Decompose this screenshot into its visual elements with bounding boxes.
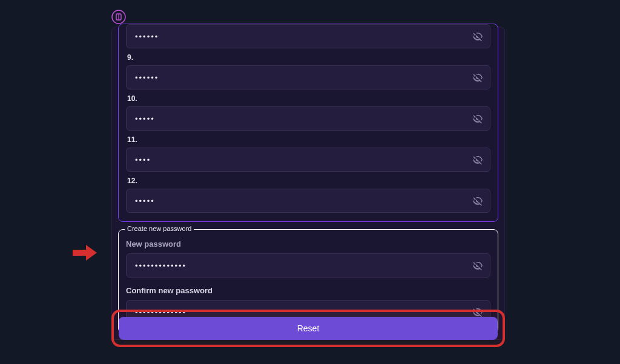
visibility-off-icon[interactable] <box>472 195 483 206</box>
seed-label: 9. <box>127 53 490 62</box>
reset-card: 9. 10. 11. <box>111 27 505 340</box>
visibility-off-icon[interactable] <box>472 154 483 165</box>
seed-word-input[interactable] <box>126 189 490 213</box>
seed-label: 12. <box>127 177 490 185</box>
visibility-off-icon[interactable] <box>472 31 483 42</box>
seed-label: 11. <box>127 135 490 144</box>
seed-phrase-group: 9. 10. 11. <box>118 24 498 222</box>
seed-row: 12. <box>126 177 490 213</box>
seed-word-input[interactable] <box>126 148 490 172</box>
seed-row: 9. <box>126 53 490 89</box>
visibility-off-icon[interactable] <box>472 72 483 83</box>
new-password-input[interactable] <box>126 253 490 278</box>
arrow-right-annotation-icon <box>73 245 97 261</box>
confirm-password-label: Confirm new password <box>126 286 490 295</box>
visibility-off-icon[interactable] <box>472 260 483 271</box>
visibility-off-icon[interactable] <box>472 113 483 124</box>
app-logo <box>111 10 126 24</box>
password-legend: Create new password <box>125 225 194 232</box>
seed-word-input[interactable] <box>126 65 490 89</box>
new-password-label: New password <box>126 239 490 249</box>
seed-word-input[interactable] <box>126 24 490 48</box>
seed-label: 10. <box>127 94 490 103</box>
reset-button[interactable]: Reset <box>119 317 498 340</box>
seed-row <box>126 24 490 48</box>
seed-row: 11. <box>126 135 490 172</box>
seed-row: 10. <box>126 94 490 131</box>
seed-word-input[interactable] <box>126 106 490 131</box>
reset-highlight-annotation: Reset <box>111 310 505 347</box>
